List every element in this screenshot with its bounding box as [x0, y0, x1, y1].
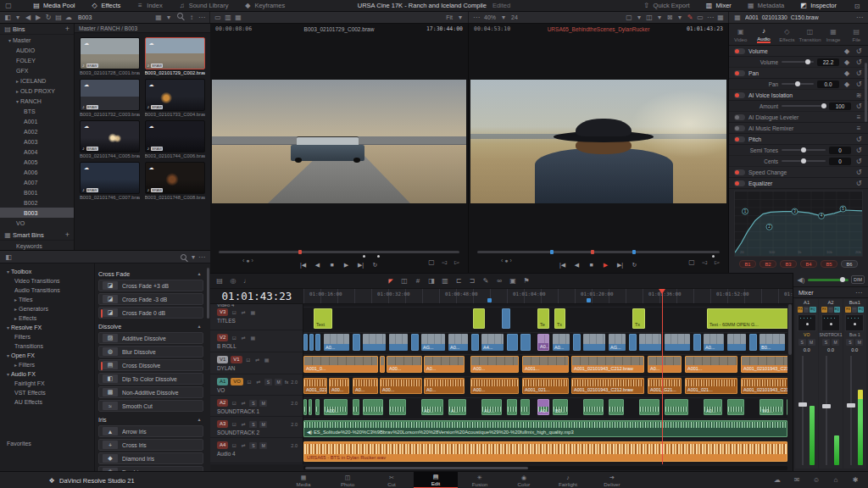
breadcrumb[interactable]: Master / RANCH / B003: [75, 24, 210, 33]
timeline-clip[interactable]: A0...: [537, 334, 549, 351]
scrubber-marker[interactable]: [550, 250, 554, 254]
effect-item-smooth-cut[interactable]: ≈Smooth Cut: [98, 400, 203, 412]
topbar-button-effects[interactable]: ◇Effects: [83, 0, 129, 11]
reset-icon[interactable]: ↺: [854, 80, 863, 89]
mixer-chip-[interactable]: ⋯: [804, 307, 809, 313]
effects-scrollbar[interactable]: [207, 268, 209, 319]
voice-isolation-toggle[interactable]: [734, 92, 745, 98]
timeline-clip[interactable]: Tx: [554, 308, 565, 329]
topbar-button-inspector[interactable]: ◩Inspector: [792, 0, 844, 11]
tab-file[interactable]: ▤File: [845, 24, 868, 45]
toolbar-icon[interactable]: ▻: [713, 258, 721, 267]
timeline-clip[interactable]: Text: [314, 308, 332, 329]
media-clip[interactable]: ☁♪BRAWB003_02101746_C007.braw: [80, 162, 140, 200]
media-clip[interactable]: ☁♪BRAWB003_02101744_C006.braw: [145, 120, 205, 158]
bin-item-master[interactable]: ▾Master: [0, 35, 74, 45]
toolbar-icon[interactable]: ▭: [214, 13, 222, 22]
lock-icon[interactable]: ⊡: [245, 357, 252, 363]
timeline-clip[interactable]: B0...: [760, 334, 785, 351]
reset-icon[interactable]: ↺: [854, 69, 863, 78]
toolbar-icon[interactable]: ▥: [441, 276, 449, 286]
bin-item-a005[interactable]: A005: [0, 157, 74, 167]
bin-item-b001[interactable]: B001: [0, 187, 74, 197]
effects-tree-titles[interactable]: ▸Titles: [0, 295, 94, 304]
mute-button[interactable]: M: [259, 421, 267, 428]
toolbar-icon[interactable]: ▣: [509, 276, 517, 286]
auto-select-icon[interactable]: ⇄: [240, 400, 247, 407]
loop-icon[interactable]: ↻: [371, 260, 380, 269]
toolbar-icon[interactable]: ◫: [400, 276, 409, 286]
options-icon[interactable]: ⋯: [472, 13, 481, 22]
settings-icon[interactable]: ≋: [854, 91, 863, 100]
speed-change-toggle[interactable]: [734, 169, 745, 175]
panel-toggle-icon[interactable]: ◧: [4, 252, 13, 262]
effects-tree-vst-effects[interactable]: VST Effects: [0, 388, 94, 397]
thumbnail-toggle-icon[interactable]: ▦: [249, 335, 256, 341]
auto-select-icon[interactable]: ⇄: [255, 379, 262, 385]
media-clip[interactable]: ☁♪BRAWB003_02101744_C005.braw: [80, 120, 140, 158]
timeline-clip[interactable]: W0...: [760, 399, 783, 415]
timeline-clip[interactable]: A0...: [353, 378, 378, 394]
bin-item-bts[interactable]: BTS: [0, 106, 74, 116]
timeline-marker[interactable]: [587, 298, 591, 302]
timeline-clip[interactable]: AG...: [421, 334, 445, 351]
fader-handle[interactable]: [822, 404, 831, 408]
amount-slider[interactable]: [782, 105, 826, 107]
tab-effects[interactable]: ◇Effects: [776, 24, 798, 45]
effect-item-dip-to-color-dissolve[interactable]: ◧Dip To Color Dissolve: [98, 373, 203, 385]
track-badge[interactable]: A4: [217, 441, 228, 449]
toolbar-icon[interactable]: ▻: [453, 258, 461, 267]
tab-video[interactable]: ▣Video: [729, 24, 752, 45]
bin-item-audio[interactable]: AUDIO: [0, 45, 74, 55]
topbar-button-mixer[interactable]: ▥Mixer: [698, 0, 739, 11]
bin-item-ranch[interactable]: ▾RANCH: [0, 96, 74, 106]
bin-item-a004[interactable]: A004: [0, 147, 74, 157]
section-music-remixer[interactable]: AI Music Remixer ≡: [729, 123, 868, 134]
bin-item-keywords[interactable]: Keywords: [0, 241, 74, 250]
bin-item-a001[interactable]: A001: [0, 116, 74, 126]
toolbar-icon[interactable]: ↻: [44, 13, 53, 22]
timeline-clip[interactable]: AG...: [609, 334, 626, 351]
menu-icon[interactable]: ≡: [854, 124, 863, 133]
eq-band-b1[interactable]: B1: [739, 260, 756, 268]
effects-tree-audio-fx[interactable]: ▾Audio FX: [0, 369, 94, 379]
eq-band-b2[interactable]: B2: [760, 260, 776, 268]
timeline-clip[interactable]: [389, 334, 408, 351]
timeline-clip[interactable]: [353, 399, 359, 415]
timeline-clip[interactable]: A001...: [685, 356, 737, 373]
mute-button[interactable]: M: [275, 379, 282, 385]
volume-value[interactable]: 22.2: [817, 58, 839, 66]
effect-item-diamond-iris[interactable]: ◆Diamond Iris: [98, 452, 203, 464]
track-lane-soundtrack-2[interactable]: ◀) ES_Solitude%20-%20%C3%9Bbrav%20Lorsom…: [303, 419, 787, 438]
pan-control[interactable]: [798, 314, 816, 331]
effects-tree-generators[interactable]: ▸Generators: [0, 304, 94, 313]
toolbar-icon[interactable]: ⚑: [522, 276, 531, 286]
toolbar-icon[interactable]: ▢: [687, 258, 696, 267]
topbar-button-sound-library[interactable]: ♫Sound Library: [170, 0, 236, 11]
amount-value[interactable]: 100: [829, 103, 851, 110]
mixer-chip-eq[interactable]: EQ: [810, 307, 816, 313]
semitones-value[interactable]: 0: [829, 147, 851, 154]
timeline-clip[interactable]: A0...: [424, 356, 465, 373]
media-clip[interactable]: ☁♪BRAWB003_02101748_C008.braw: [145, 162, 205, 200]
reset-icon[interactable]: ↺: [854, 146, 863, 155]
track-badge[interactable]: V1: [231, 356, 242, 363]
track-header-audio-4[interactable]: A4⊡⇄SM2.0Audio 4: [210, 440, 303, 463]
bin-item-foley[interactable]: FOLEY: [0, 55, 74, 65]
toolbar-icon[interactable]: ▾: [14, 13, 22, 22]
bin-item-b003[interactable]: B003: [0, 208, 74, 218]
scrubber-marker[interactable]: [632, 250, 636, 254]
timeline-clip[interactable]: A0...: [424, 378, 465, 394]
page-tab-edit[interactable]: ▤Edit: [414, 472, 458, 488]
track-badge[interactable]: A3: [217, 420, 228, 428]
timeline-clip[interactable]: [609, 399, 624, 415]
timeline-clip[interactable]: A001_02101943_C212.braw: [741, 378, 787, 394]
pen-icon[interactable]: ✎: [686, 13, 694, 22]
source-scrubber[interactable]: [219, 251, 459, 253]
toolbar-icon[interactable]: ✉: [793, 475, 801, 485]
timeline-clip[interactable]: [665, 334, 690, 351]
source-zoom-level[interactable]: Fit: [446, 14, 453, 20]
timeline-clip[interactable]: [507, 399, 517, 415]
effects-tree-filters[interactable]: ▸Filters: [0, 360, 94, 369]
timeline-clip[interactable]: A00...: [380, 378, 422, 394]
